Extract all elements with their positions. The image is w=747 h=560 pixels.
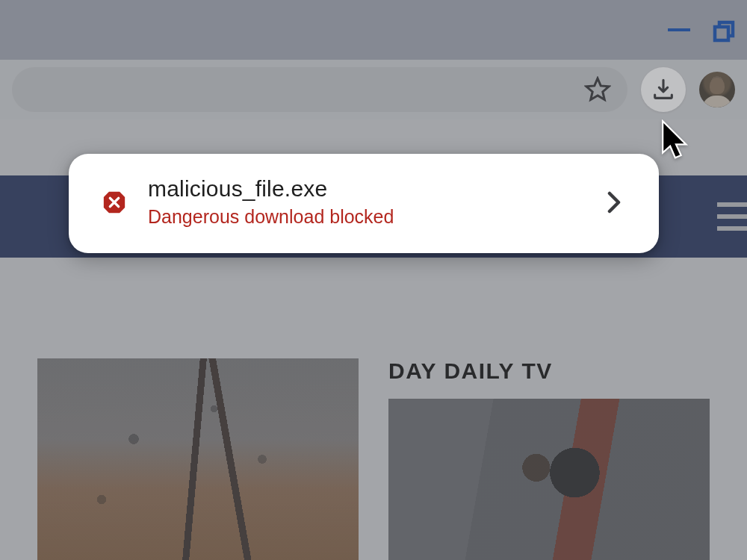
download-item-text: malicious_file.exe Dangerous download bl… xyxy=(148,176,583,228)
chevron-right-icon xyxy=(607,191,622,214)
downloads-button[interactable] xyxy=(641,67,686,112)
article-headline: DAY DAILY TV xyxy=(388,358,710,384)
browser-toolbar xyxy=(0,60,747,119)
hamburger-menu-icon[interactable] xyxy=(717,202,747,231)
article-tile-left[interactable] xyxy=(37,358,359,560)
downloads-popover: malicious_file.exe Dangerous download bl… xyxy=(69,154,659,253)
download-file-name: malicious_file.exe xyxy=(148,176,583,202)
download-tray-icon xyxy=(651,77,676,102)
window-titlebar xyxy=(0,0,747,60)
address-bar[interactable] xyxy=(12,67,627,112)
profile-avatar[interactable] xyxy=(699,72,735,108)
bookmark-star-icon[interactable] xyxy=(584,76,611,103)
svg-rect-1 xyxy=(715,27,728,40)
article-image xyxy=(37,358,359,560)
page-content: DAY DAILY TV xyxy=(0,358,747,560)
danger-blocked-icon xyxy=(102,190,127,215)
article-image xyxy=(388,399,710,560)
download-status-text: Dangerous download blocked xyxy=(148,206,583,228)
article-tile-right[interactable]: DAY DAILY TV xyxy=(388,358,710,560)
window-restore-button[interactable] xyxy=(713,20,732,40)
window-minimize-button[interactable] xyxy=(668,28,690,31)
download-details-button[interactable] xyxy=(604,192,624,213)
